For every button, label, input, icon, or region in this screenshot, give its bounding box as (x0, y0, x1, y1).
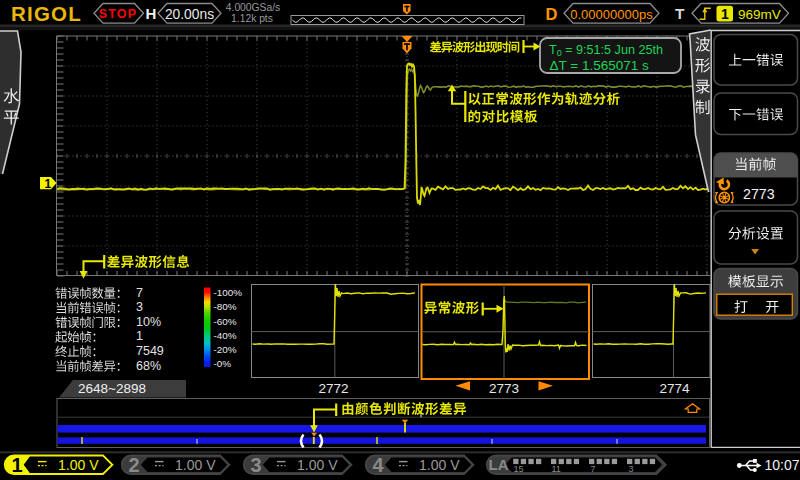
svg-text:-20%: -20% (214, 344, 237, 355)
svg-text:T: T (675, 5, 685, 22)
svg-text:RIGOL: RIGOL (11, 2, 82, 25)
svg-text:H: H (146, 5, 157, 22)
svg-text:ΔT = 1.565071 s: ΔT = 1.565071 s (550, 58, 649, 73)
svg-text:1.00 V: 1.00 V (175, 457, 216, 473)
svg-text:STOP: STOP (99, 7, 138, 21)
svg-text:-80%: -80% (214, 301, 237, 312)
svg-text:LA: LA (489, 456, 509, 473)
svg-text:15: 15 (514, 464, 524, 474)
svg-text:3: 3 (251, 454, 262, 476)
svg-text:3: 3 (136, 300, 143, 314)
svg-text:2773: 2773 (743, 186, 775, 202)
svg-text:7549: 7549 (136, 344, 164, 358)
svg-text:-100%: -100% (214, 287, 243, 298)
svg-text:1: 1 (45, 177, 52, 191)
svg-text:-60%: -60% (214, 316, 237, 327)
svg-text:2: 2 (129, 454, 140, 476)
svg-text:1.00 V: 1.00 V (297, 457, 338, 473)
svg-text:7: 7 (591, 464, 596, 474)
svg-text:0.00000000ps: 0.00000000ps (570, 7, 653, 22)
svg-text:4.000GSa/s: 4.000GSa/s (226, 2, 280, 13)
svg-text:2773: 2773 (489, 381, 519, 396)
svg-text:4: 4 (373, 454, 385, 476)
svg-text:1: 1 (12, 454, 23, 476)
svg-text:-40%: -40% (214, 330, 237, 341)
svg-text:1.00 V: 1.00 V (419, 457, 460, 473)
svg-text:7: 7 (136, 286, 143, 300)
svg-text:2648~2898: 2648~2898 (78, 381, 146, 396)
svg-text:10:07: 10:07 (765, 457, 800, 473)
svg-text:969mV: 969mV (738, 7, 781, 22)
svg-text:68%: 68% (136, 359, 161, 373)
svg-text:20.00ns: 20.00ns (165, 7, 214, 22)
svg-text:1.00 V: 1.00 V (58, 457, 99, 473)
svg-text:1.12k pts: 1.12k pts (231, 13, 273, 24)
svg-text:T0 = 9:51:5 Jun 25th: T0 = 9:51:5 Jun 25th (549, 43, 663, 58)
svg-text:2774: 2774 (659, 381, 690, 396)
svg-text:10%: 10% (136, 315, 161, 329)
svg-text:-0%: -0% (214, 358, 232, 369)
svg-text:2772: 2772 (318, 381, 348, 396)
svg-text:1: 1 (721, 6, 729, 22)
svg-text:1: 1 (136, 329, 143, 343)
svg-text:11: 11 (552, 464, 561, 474)
svg-text:3: 3 (629, 464, 634, 474)
svg-text:D: D (546, 5, 558, 23)
